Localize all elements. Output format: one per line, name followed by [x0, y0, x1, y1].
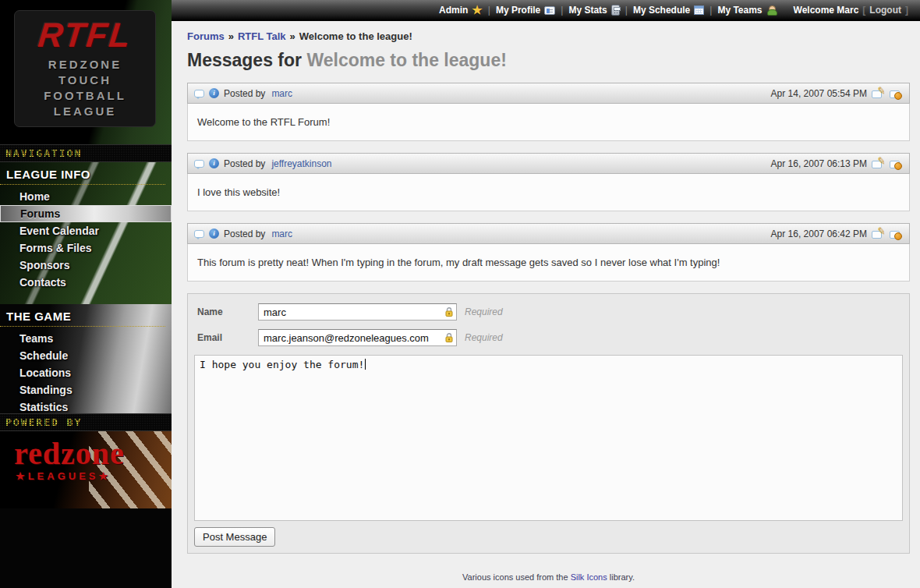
lock-icon [444, 306, 454, 317]
message-header: i Posted by marc Apr 16, 2007 06:42 PM [187, 223, 910, 244]
message-body: Welcome to the RTFL Forum! [187, 104, 910, 141]
breadcrumb: Forums»RTFL Talk»Welcome to the league! [187, 30, 910, 42]
delete-comment-icon[interactable] [890, 228, 903, 239]
sidebar-item-home[interactable]: Home [0, 188, 172, 205]
sidebar-item-sponsors[interactable]: Sponsors [0, 257, 172, 274]
teams-icon [766, 5, 777, 16]
email-input[interactable] [258, 329, 457, 346]
logout-bracket: [ [862, 5, 865, 16]
topbar-separator: | [625, 5, 628, 16]
delete-comment-icon[interactable] [890, 158, 903, 169]
required-hint: Required [465, 332, 503, 343]
page-footer: Various icons used from the Silk Icons l… [187, 569, 910, 588]
footer-line-icons: Various icons used from the Silk Icons l… [187, 569, 910, 586]
message-header: i Posted by marc Apr 14, 2007 05:54 PM [187, 83, 910, 104]
logout-link[interactable]: Logout [869, 5, 901, 16]
post-message-form: Name Required Email Required I hope you … [187, 293, 910, 554]
sidebar-item-event-calendar[interactable]: Event Calendar [0, 222, 172, 239]
sidebar-item-contacts[interactable]: Contacts [0, 274, 172, 291]
topbar-separator: | [561, 5, 563, 16]
footer-text: Various icons used from the [462, 572, 571, 582]
forum-message: i Posted by marc Apr 16, 2007 06:42 PM T… [187, 223, 910, 282]
message-date: Apr 16, 2007 06:13 PM [771, 158, 867, 169]
message-textarea[interactable]: I hope you enjoy the forum! [194, 355, 903, 521]
message-body: I love this website! [187, 174, 910, 211]
league-info-title: LEAGUE INFO [0, 162, 165, 185]
sidebar-item-standings[interactable]: Standings [0, 381, 172, 398]
the-game-section: THE GAME Teams Schedule Locations Standi… [0, 304, 172, 413]
breadcrumb-current: Welcome to the league! [299, 30, 412, 42]
topbar: Admin | My Profile | My Stats | My Sched… [172, 0, 920, 21]
sidebar-item-locations[interactable]: Locations [0, 364, 172, 381]
page-title-prefix: Messages for [187, 50, 302, 70]
delete-comment-icon[interactable] [890, 88, 903, 99]
breadcrumb-separator: » [290, 30, 295, 42]
info-icon[interactable]: i [209, 158, 219, 168]
comment-icon [194, 90, 204, 97]
topbar-my-teams-label: My Teams [717, 5, 762, 16]
required-hint: Required [465, 306, 503, 317]
logo-acronym: RTFL [37, 18, 133, 52]
breadcrumb-link-rtfl-talk[interactable]: RTFL Talk [238, 30, 286, 42]
sidebar-item-teams[interactable]: Teams [0, 330, 172, 347]
breadcrumb-link-forums[interactable]: Forums [187, 30, 225, 42]
posted-by-label: Posted by [224, 158, 265, 169]
topbar-user-area: Welcome Marc [ Logout ] [794, 5, 912, 16]
sidebar-bottom-filler [0, 508, 172, 588]
edit-comment-icon[interactable] [872, 228, 885, 239]
topbar-my-schedule-label: My Schedule [633, 5, 690, 16]
logout-bracket: ] [905, 5, 908, 16]
topbar-link-my-stats[interactable]: My Stats [568, 5, 619, 16]
email-input-wrap [258, 329, 457, 346]
topbar-link-admin[interactable]: Admin [439, 3, 483, 17]
sidebar-item-schedule[interactable]: Schedule [0, 347, 172, 364]
author-link[interactable]: marc [271, 228, 292, 239]
topbar-link-my-schedule[interactable]: My Schedule [633, 5, 704, 16]
logo-line: LEAGUE [54, 104, 117, 119]
name-row: Name Required [197, 303, 903, 321]
the-game-title: THE GAME [0, 304, 165, 327]
edit-comment-icon[interactable] [872, 158, 885, 169]
topbar-admin-label: Admin [439, 5, 468, 16]
email-label: Email [197, 332, 258, 343]
logo-line: FOOTBALL [44, 88, 126, 104]
info-icon[interactable]: i [209, 88, 219, 98]
calculator-icon [611, 5, 620, 16]
logo-line: REDZONE [48, 57, 122, 73]
message-header: i Posted by jeffreyatkinson Apr 16, 2007… [187, 153, 910, 174]
info-icon[interactable]: i [209, 228, 219, 239]
vcard-icon [544, 6, 555, 15]
topbar-my-stats-label: My Stats [568, 5, 607, 16]
post-message-button[interactable]: Post Message [194, 527, 275, 547]
topbar-my-profile-label: My Profile [496, 5, 540, 16]
redzone-logo-name: redzone [0, 431, 172, 470]
author-link[interactable]: jeffreyatkinson [271, 158, 331, 169]
main-content: Forums»RTFL Talk»Welcome to the league! … [172, 21, 920, 588]
silk-icons-link[interactable]: Silk Icons [571, 572, 607, 582]
name-label: Name [197, 306, 258, 317]
redzone-leagues-logo: redzone ★LEAGUES★ [0, 431, 172, 508]
forum-message: i Posted by marc Apr 14, 2007 05:54 PM W… [187, 83, 910, 141]
topbar-separator: | [488, 5, 490, 16]
topbar-link-my-teams[interactable]: My Teams [717, 5, 776, 16]
schedule-icon [694, 5, 704, 15]
sidebar-item-forums[interactable]: Forums [0, 205, 172, 222]
author-link[interactable]: marc [271, 88, 292, 99]
page-title: Messages for Welcome to the league! [187, 50, 910, 71]
lock-icon [444, 332, 454, 343]
name-input[interactable] [258, 303, 457, 321]
sidebar: RTFL REDZONE TOUCH FOOTBALL LEAGUE NAVIG… [0, 0, 172, 588]
footer-text: library. [607, 572, 635, 582]
sidebar-logo-zone: RTFL REDZONE TOUCH FOOTBALL LEAGUE [0, 0, 172, 144]
redzone-logo-sub: ★LEAGUES★ [0, 470, 172, 482]
email-row: Email Required [197, 329, 903, 346]
edit-comment-icon[interactable] [872, 88, 885, 99]
name-input-wrap [258, 303, 457, 321]
message-date: Apr 16, 2007 06:42 PM [771, 228, 867, 239]
topbar-separator: | [709, 5, 712, 16]
message-date: Apr 14, 2007 05:54 PM [771, 88, 867, 99]
posted-by-label: Posted by [224, 228, 265, 239]
topbar-link-my-profile[interactable]: My Profile [496, 5, 555, 16]
sidebar-item-forms-files[interactable]: Forms & Files [0, 239, 172, 257]
posted-by-label: Posted by [224, 88, 265, 99]
